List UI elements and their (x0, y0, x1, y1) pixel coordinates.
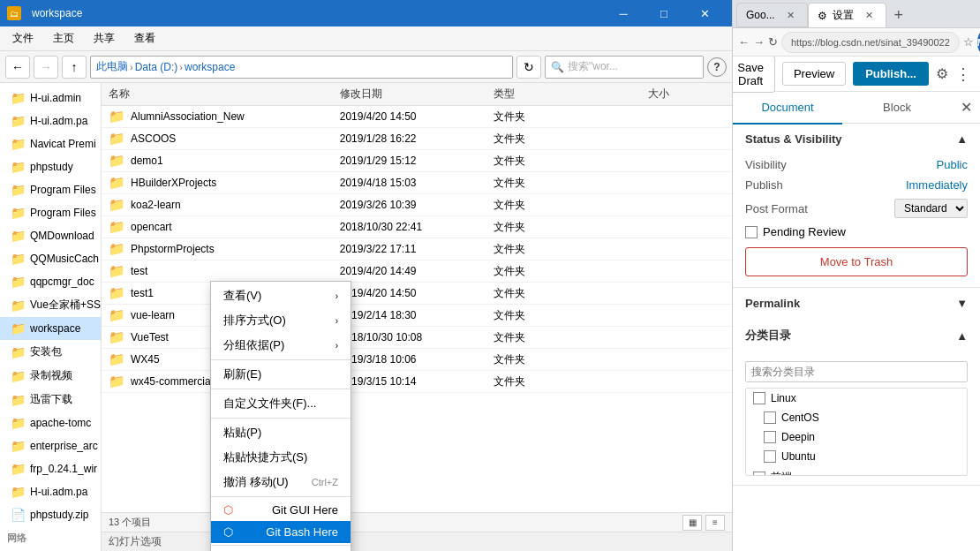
table-row[interactable]: 📁demo1 2019/1/29 15:12 文件夹 (102, 150, 732, 172)
post-format-select[interactable]: Standard (894, 199, 968, 218)
table-row[interactable]: 📁wx45-commercial-tenant 2019/3/15 10:14 … (102, 371, 732, 393)
permalink-section[interactable]: Permalink ▼ (733, 288, 980, 319)
browser-back-button[interactable]: ← (738, 32, 750, 53)
col-header-name[interactable]: 名称 (109, 87, 340, 102)
ctx-paste-shortcut[interactable]: 粘贴快捷方式(S) (211, 445, 351, 470)
minimize-button[interactable]: ─ (603, 0, 644, 26)
tab-close-icon[interactable]: ✕ (863, 9, 877, 23)
nav-item-navicat[interactable]: 📁Navicat Premi (0, 132, 101, 155)
ctx-view[interactable]: 查看(V) › (211, 283, 351, 308)
table-row[interactable]: 📁VueTest 2018/10/30 10:08 文件夹 (102, 327, 732, 349)
category-checkbox[interactable] (764, 431, 776, 443)
category-search-input[interactable] (745, 361, 968, 382)
publish-button[interactable]: Publish... (853, 62, 929, 86)
more-options-icon[interactable]: ⋮ (955, 64, 971, 84)
nav-item-qqmusic[interactable]: 📁QQMusicCach (0, 247, 101, 270)
table-row[interactable]: 📁AlumniAssociation_New 2019/4/20 14:50 文… (102, 106, 732, 128)
browser-tab-settings[interactable]: ⚙ 设置 ✕ (808, 3, 886, 27)
close-button[interactable]: ✕ (684, 0, 725, 26)
table-row[interactable]: 📁WX45 2019/3/18 10:06 文件夹 (102, 349, 732, 371)
category-item-deepin[interactable]: Deepin (746, 427, 967, 447)
menu-share[interactable]: 共享 (85, 27, 124, 49)
nav-item-phpstudy-zip[interactable]: 📄phpstudy.zip (0, 503, 101, 526)
address-bar[interactable]: 此电脑 › Data (D:) › workspace (90, 56, 513, 79)
nav-item-enterprise[interactable]: 📁enterprise_arc (0, 434, 101, 457)
nav-item-h-ui-adm-pa2[interactable]: 📁H-ui.adm.pa (0, 480, 101, 503)
visibility-value[interactable]: Public (937, 158, 968, 171)
nav-item-workspace[interactable]: 📁workspace (0, 317, 101, 340)
status-visibility-header[interactable]: Status & Visibility ▲ (733, 124, 980, 155)
add-tab-button[interactable]: + (886, 3, 911, 27)
nav-item-qmdownload[interactable]: 📁QMDownload (0, 224, 101, 247)
maximize-button[interactable]: □ (644, 0, 684, 26)
ctx-group[interactable]: 分组依据(P) › (211, 333, 351, 358)
menu-home[interactable]: 主页 (44, 27, 83, 49)
bookmark-icon[interactable]: ☆ (963, 32, 974, 53)
panel-close-icon[interactable]: ✕ (952, 99, 980, 116)
category-checkbox[interactable] (753, 472, 765, 477)
category-item-ubuntu[interactable]: Ubuntu (746, 447, 967, 466)
category-checkbox[interactable] (753, 392, 765, 404)
nav-item-program-files-2[interactable]: 📁Program Files (0, 201, 101, 224)
nav-item-phpstudy[interactable]: 📁phpstudy (0, 155, 101, 178)
url-bar[interactable]: https://blog.csdn.net/sinat_39490022 (781, 32, 960, 53)
save-draft-button[interactable]: Save Draft (733, 57, 775, 93)
ctx-paste[interactable]: 粘贴(P) (211, 420, 351, 445)
ctx-undo-move[interactable]: 撤消 移动(U) Ctrl+Z (211, 470, 351, 494)
back-button[interactable]: ← (5, 56, 30, 79)
table-row[interactable]: 📁opencart 2018/10/30 22:41 文件夹 (102, 216, 732, 238)
breadcrumb-data-d[interactable]: Data (D:) (135, 61, 178, 73)
tab-document[interactable]: Document (733, 92, 842, 125)
nav-item-h-ui-adm-pa[interactable]: 📁H-ui.adm.pa (0, 109, 101, 132)
ctx-refresh[interactable]: 刷新(E) (211, 362, 351, 387)
col-header-type[interactable]: 类型 (494, 87, 648, 102)
browser-refresh-button[interactable]: ↻ (768, 32, 778, 53)
category-checkbox[interactable] (764, 411, 776, 424)
pending-review-checkbox[interactable] (745, 226, 758, 238)
table-row[interactable]: 📁test 2019/4/20 14:49 文件夹 (102, 260, 732, 283)
category-checkbox[interactable] (764, 450, 776, 463)
breadcrumb-workspace[interactable]: workspace (185, 61, 235, 73)
nav-item-qqpcmgr[interactable]: 📁qqpcmgr_doc (0, 270, 101, 293)
table-row[interactable]: 📁vue-learn 2019/2/14 18:30 文件夹 (102, 305, 732, 327)
nav-item-install[interactable]: 📁安装包 (0, 340, 101, 364)
nav-item-h-ui-admin[interactable]: 📁H-ui.admin (0, 87, 101, 109)
nav-item-thunder[interactable]: 📁迅雷下载 (0, 388, 101, 411)
list-view-button[interactable]: ≡ (705, 515, 725, 531)
search-box[interactable]: 🔍 搜索"wor... (545, 56, 704, 79)
breadcrumb-this-pc[interactable]: 此电脑 (96, 59, 128, 74)
nav-item-frp[interactable]: 📁frp_0.24.1_wir (0, 457, 101, 480)
tab-block[interactable]: Block (842, 92, 952, 123)
categories-header[interactable]: 分类目录 ▲ (733, 319, 980, 352)
browser-tab-google[interactable]: Goo... ✕ (736, 3, 808, 27)
nav-item-program-files-1[interactable]: 📁Program Files (0, 178, 101, 201)
table-row[interactable]: 📁PhpstormProjects 2019/3/22 17:11 文件夹 (102, 238, 732, 260)
ctx-git-bash[interactable]: ⬡ Git Bash Here (211, 521, 351, 543)
ctx-customize[interactable]: 自定义文件夹(F)... (211, 391, 351, 416)
category-item-centos[interactable]: CentOS (746, 408, 967, 427)
table-row[interactable]: 📁ASCOOS 2019/1/28 16:22 文件夹 (102, 128, 732, 150)
ctx-git-gui[interactable]: ⬡ Git GUI Here (211, 499, 351, 521)
menu-view[interactable]: 查看 (125, 27, 164, 49)
grid-view-button[interactable]: ▦ (682, 515, 702, 531)
table-row[interactable]: 📁koa2-learn 2019/3/26 10:39 文件夹 (102, 194, 732, 216)
table-row[interactable]: 📁HBuilderXProjects 2019/4/18 15:03 文件夹 (102, 172, 732, 194)
ctx-access[interactable]: 授予访问权限(G) › (211, 547, 351, 551)
table-row[interactable]: 📁test1 2019/4/20 14:50 文件夹 (102, 283, 732, 305)
col-header-size[interactable]: 大小 (648, 87, 725, 102)
refresh-button[interactable]: ↻ (516, 56, 541, 79)
nav-item-recordings[interactable]: 📁录制视频 (0, 364, 101, 388)
move-to-trash-button[interactable]: Move to Trash (745, 247, 968, 276)
ctx-sort[interactable]: 排序方式(O) › (211, 308, 351, 333)
preview-button[interactable]: Preview (782, 62, 846, 86)
nav-item-vue[interactable]: 📁Vue全家桶+SS (0, 293, 101, 317)
browser-forward-button[interactable]: → (753, 32, 765, 53)
nav-item-apache[interactable]: 📁apache-tomc (0, 411, 101, 434)
up-button[interactable]: ↑ (62, 56, 87, 79)
help-button[interactable]: ? (707, 57, 727, 77)
settings-gear-icon[interactable]: ⚙ (936, 61, 948, 87)
category-item-linux[interactable]: Linux (746, 389, 967, 408)
forward-button[interactable]: → (34, 56, 58, 79)
tab-close-icon[interactable]: ✕ (784, 8, 798, 22)
menu-file[interactable]: 文件 (4, 27, 42, 49)
